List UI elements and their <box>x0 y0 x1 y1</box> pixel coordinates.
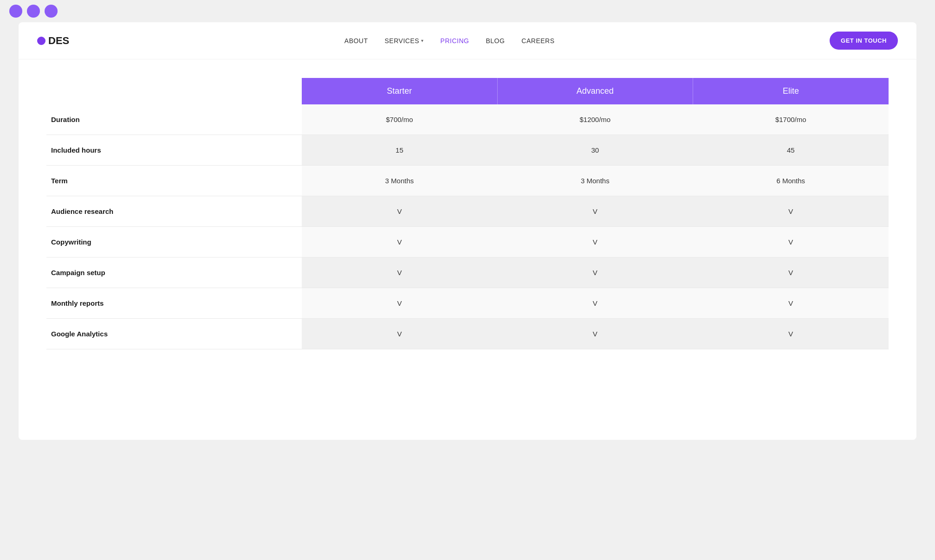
table-row: Monthly reportsVVV <box>46 288 889 319</box>
table-row: Campaign setupVVV <box>46 257 889 288</box>
table-row: Included hours153045 <box>46 135 889 166</box>
row-value-col-1: 3 Months <box>497 166 693 196</box>
table-header-empty <box>46 78 302 104</box>
row-value-col-1: V <box>497 257 693 288</box>
table-row: Term3 Months3 Months6 Months <box>46 166 889 196</box>
logo-text: DES <box>48 35 69 47</box>
get-in-touch-button[interactable]: GET IN TOUCH <box>830 32 898 50</box>
row-label: Monthly reports <box>46 288 302 319</box>
nav-pricing[interactable]: PRICING <box>441 37 469 45</box>
row-label: Duration <box>46 104 302 135</box>
chevron-down-icon: ▾ <box>421 38 424 43</box>
logo-icon <box>37 37 45 45</box>
table-header-elite: Elite <box>693 78 889 104</box>
row-value-col-0: $700/mo <box>302 104 497 135</box>
row-value-col-2: 6 Months <box>693 166 889 196</box>
table-row: CopywritingVVV <box>46 227 889 257</box>
row-value-col-0: 15 <box>302 135 497 166</box>
row-value-col-1: V <box>497 227 693 257</box>
table-row: Duration$700/mo$1200/mo$1700/mo <box>46 104 889 135</box>
row-label: Term <box>46 166 302 196</box>
pricing-table: Starter Advanced Elite Duration$700/mo$1… <box>46 78 889 349</box>
row-value-col-0: V <box>302 257 497 288</box>
table-row: Google AnalyticsVVV <box>46 319 889 349</box>
row-value-col-0: 3 Months <box>302 166 497 196</box>
row-label: Copywriting <box>46 227 302 257</box>
window-dot-3 <box>45 5 58 18</box>
row-value-col-1: V <box>497 319 693 349</box>
row-value-col-0: V <box>302 288 497 319</box>
row-value-col-2: $1700/mo <box>693 104 889 135</box>
row-value-col-2: V <box>693 196 889 227</box>
row-value-col-1: $1200/mo <box>497 104 693 135</box>
nav-blog[interactable]: BLOG <box>486 37 505 45</box>
pricing-section: Starter Advanced Elite Duration$700/mo$1… <box>19 59 916 368</box>
row-value-col-2: V <box>693 288 889 319</box>
logo[interactable]: DES <box>37 35 69 47</box>
navigation: DES ABOUT SERVICES ▾ PRICING <box>19 22 916 59</box>
row-value-col-1: 30 <box>497 135 693 166</box>
window-dot-1 <box>9 5 22 18</box>
row-value-col-0: V <box>302 227 497 257</box>
row-value-col-1: V <box>497 288 693 319</box>
row-label: Included hours <box>46 135 302 166</box>
table-header-starter: Starter <box>302 78 497 104</box>
row-value-col-0: V <box>302 196 497 227</box>
nav-careers[interactable]: CAREERS <box>521 37 554 45</box>
row-value-col-2: 45 <box>693 135 889 166</box>
window-dot-2 <box>27 5 40 18</box>
top-bar <box>0 0 935 22</box>
nav-about[interactable]: ABOUT <box>344 37 368 45</box>
row-label: Audience research <box>46 196 302 227</box>
nav-services[interactable]: SERVICES ▾ <box>385 37 424 45</box>
table-row: Audience researchVVV <box>46 196 889 227</box>
row-label: Campaign setup <box>46 257 302 288</box>
main-container: DES ABOUT SERVICES ▾ PRICING <box>19 22 916 440</box>
row-value-col-1: V <box>497 196 693 227</box>
row-label: Google Analytics <box>46 319 302 349</box>
row-value-col-2: V <box>693 257 889 288</box>
row-value-col-2: V <box>693 227 889 257</box>
nav-links: ABOUT SERVICES ▾ PRICING BLOG <box>344 37 555 45</box>
table-header-advanced: Advanced <box>497 78 693 104</box>
row-value-col-2: V <box>693 319 889 349</box>
row-value-col-0: V <box>302 319 497 349</box>
